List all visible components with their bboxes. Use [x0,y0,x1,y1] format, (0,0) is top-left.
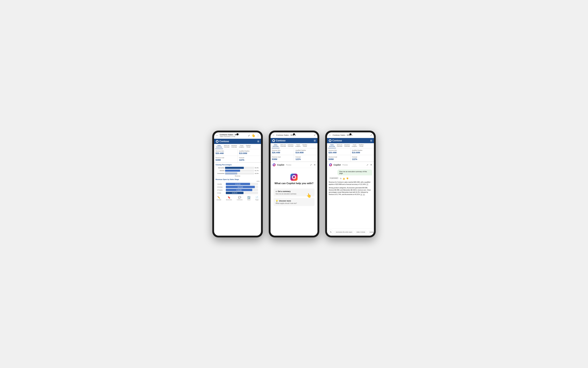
lightbulb-icon: 💡 [276,200,278,202]
metric-forecast-value: 122% [239,159,260,161]
bar-devices: Devices 51.7% [216,170,260,172]
expand-copilot-icon-3[interactable]: ⤢ [366,164,368,166]
nav-annotate[interactable]: ✏️ Annotate [216,196,221,201]
phone-2-notch [293,133,295,135]
copilot-icon-2 [272,163,276,167]
stage-close-fill: $4,465.27K [226,192,243,194]
copilot-big-icon-2 [289,172,299,182]
tab3-sales-overview[interactable]: SalesOverview [328,143,336,148]
thumbs-down-icon[interactable]: 👎 [346,177,348,180]
metric3-forecast-value: 122% [352,158,372,160]
copilot-question: What can Copilot help you with? [275,182,314,185]
metric2-revenue-won-value: $26.44M [272,151,292,154]
expand-icon-3[interactable]: ⤢ [370,134,372,137]
back-icon-2[interactable]: ← [272,134,275,137]
nav-reset[interactable]: ↩️ Reset [247,196,251,201]
phone-2-top-actions: ⤢ [314,134,316,137]
tab-industries-overview[interactable]: IndustriesOverview [231,144,238,149]
citation-2[interactable]: 2 [360,194,362,196]
nav-annotate-label: Annotate [216,199,221,201]
stage-propose-track: $7,264.68K [226,189,258,191]
tab2-industries[interactable]: IndustriesOverview [287,143,294,148]
back-icon[interactable]: ← [216,134,219,137]
contoso-brand-name: Contoso [219,140,229,143]
nav-comments[interactable]: 💬 Comments [237,196,243,201]
thumbs-up-icon[interactable]: 👍 [343,177,345,180]
tab-sales-overview[interactable]: SalesOverview [215,144,223,149]
close-copilot-icon[interactable]: ✕ [314,164,316,166]
phone-1-screen: ← Contoso Sales - WW Sales Overview (1 o… [214,132,261,236]
metric-qualified-label: Qualified Pipeline [239,150,260,152]
metric2-forecast-label: Forecast [296,156,316,158]
tab-pipeline-trends[interactable]: PipelineTrends [245,144,252,149]
expand-icon-2[interactable]: ⤢ [314,134,316,137]
filter-icon-2[interactable]: ⊞ [314,139,316,142]
copilot-label-3: Copilot [334,164,341,166]
metric-qualified-value: $19.90M [239,152,260,155]
metric2-qualified-value: $19.90M [296,151,316,154]
copilot-get-summary[interactable]: ≡ Get a summary Give me an executive sum… [273,188,315,196]
metric-forecast-label: Forecast [239,157,260,158]
svg-point-2 [293,176,295,178]
expand-copilot-icon[interactable]: ⤢ [310,164,312,166]
tab2-sales-overview[interactable]: SalesOverview [272,143,280,148]
stage-develop-value: $8,170.42K [238,186,243,188]
expand-icon[interactable]: ⤢ [248,134,250,137]
chip-summarize-report[interactable]: Summarize the entire report [334,230,354,234]
contoso-dot-inner [216,141,218,142]
filter-icon-3[interactable]: ⊞ [370,139,372,142]
back-icon-3[interactable]: ← [329,134,331,137]
hundred-pct-label: 100% [257,181,260,182]
get-summary-title: ≡ Get a summary [276,190,312,193]
report-title: Contoso Sales - WW [220,134,247,136]
metric3-goal: Revenue Goal $38M [327,155,350,162]
bar-warranties-fill [225,167,244,169]
tab3-trend[interactable]: TrendAnalytics [351,143,358,148]
tab2-pipeline[interactable]: PipelineTrends [302,143,308,148]
tab-winloss-overview[interactable]: Win/LossOverview [223,144,231,149]
copilot-body-2: What can Copilot help you with? ≡ Get a … [270,168,318,236]
ai-text-2: Among product categories, Accessories ge… [329,187,372,196]
tab3-industries[interactable]: IndustriesOverview [343,143,351,148]
citation-3[interactable]: 3 [363,194,365,196]
chip-include-more[interactable]: Include more details [368,230,374,234]
stage-qualify-value: $7,912.02K [235,184,241,184]
bar-devices-fill [225,170,240,172]
ai-response-area: AI generated ⧉ 👍 👎 Revenue for Contoso's… [329,177,372,197]
stage-develop-fill: $8,170.42K [226,186,255,188]
metric3-forecast-label: Forecast [352,156,372,158]
chat-area: Give me an executive summary of this pag… [327,168,374,228]
copilot-uncover-more[interactable]: 💡 Uncover more What insights should I lo… [273,198,315,206]
refresh-button[interactable]: ↻ [328,230,333,234]
more-icon[interactable]: ⋮ [257,134,259,137]
metric-revenue-goal-label: Revenue Goal [216,157,236,158]
phone-3-screen: ← Contoso Sales - WW ∨ ⤢ Contoso ⊞ [327,132,374,236]
metric2-forecast-value: 122% [296,158,316,160]
metric-revenue-won: Revenue Won $26.44M [214,149,238,156]
stage-qualify: 1-Qualify $7,912.02K [216,183,260,185]
bar-warranties-pct: 64.3% [255,167,260,169]
tab3-winloss[interactable]: Win/LossOverview [336,143,343,148]
copilot-preview-2: Preview [286,164,291,166]
copilot-finger-icon[interactable]: 👆 [251,134,255,138]
metric2-revenue-won: Revenue Won $26.44M [270,148,294,155]
phone-3-notch [349,133,351,135]
chip-make-shorter[interactable]: Make it shorter [355,230,367,234]
contoso-logo-2: Contoso [272,139,286,142]
filter-icon[interactable]: ⊞ [257,140,259,143]
citation-1[interactable]: 1 [366,184,368,185]
phone-3-top-actions: ⤢ [370,134,372,137]
close-copilot-icon-3[interactable]: ✕ [370,164,372,166]
phone-3-title: Contoso Sales - WW [333,134,351,136]
pages-icon: 📄 [255,196,258,199]
nav-bookmarks[interactable]: 🔖 Bookmarks [226,196,232,201]
tab2-winloss[interactable]: Win/LossOverview [280,143,287,148]
tab2-trend[interactable]: TrendAnalytics [294,143,302,148]
contoso-brand-name-2: Contoso [276,139,286,142]
metric2-qualified-label: Qualified Pipeline [296,150,316,151]
tab-trend-analytics[interactable]: TrendAnalytics [238,144,245,149]
tab3-pipeline[interactable]: PipelineTrends [358,143,365,148]
copy-icon[interactable]: ⧉ [340,177,341,180]
nav-pages[interactable]: 📄 Pages [255,196,259,201]
percent-bar-header: 100% [214,181,261,182]
